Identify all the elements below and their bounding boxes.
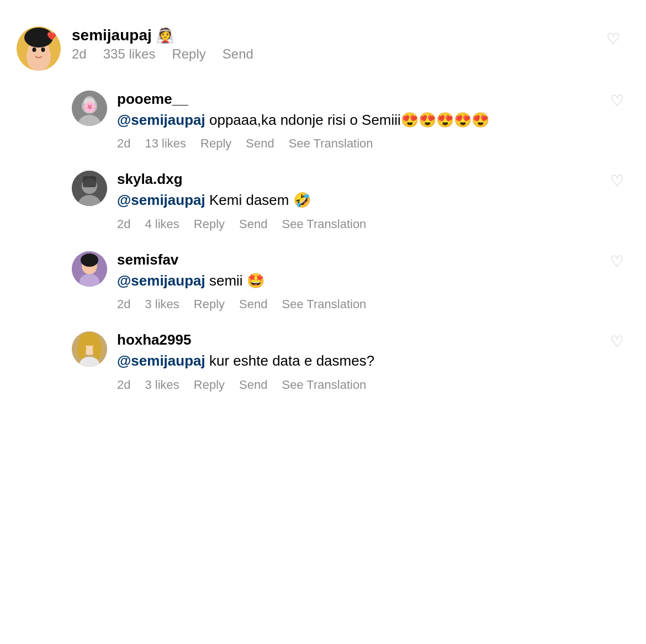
time: 2d — [117, 136, 130, 151]
username[interactable]: skyla.dxg — [117, 171, 183, 188]
send-button[interactable]: Send — [223, 46, 253, 62]
mention[interactable]: @semijaupaj — [117, 272, 205, 289]
avatar — [72, 171, 107, 206]
comment-content: pooeme__ @semijaupaj oppaaa,ka ndonje ri… — [117, 91, 629, 151]
time: 2d — [117, 378, 130, 392]
username[interactable]: semijaupaj — [72, 27, 152, 44]
comment-content: semijaupaj 👰 2d 335 likes Reply Send — [72, 27, 629, 62]
username-row: semijaupaj 👰 — [72, 27, 629, 44]
heart-icon: ♡ — [610, 172, 624, 189]
meta-row: 2d 4 likes Reply Send See Translation — [117, 217, 629, 231]
username-row: hoxha2995 — [117, 331, 629, 349]
svg-text:🌸: 🌸 — [83, 100, 97, 113]
reply-button[interactable]: Reply — [200, 136, 231, 151]
reply-comment: 🌸 pooeme__ @semijaupaj oppaaa,ka ndonje … — [66, 81, 635, 161]
send-button[interactable]: Send — [239, 378, 267, 392]
text-content: kur eshte data e dasmes? — [205, 352, 374, 369]
svg-rect-16 — [83, 176, 96, 187]
mention[interactable]: @semijaupaj — [117, 112, 205, 128]
comment-text: @semijaupaj Kemi dasem 🤣 — [117, 190, 629, 210]
svg-point-24 — [77, 339, 86, 359]
mention[interactable]: @semijaupaj — [117, 352, 205, 369]
time: 2d — [117, 217, 130, 231]
main-comment: ❤️ semijaupaj 👰 2d 335 likes Reply Send … — [11, 17, 635, 81]
reply-comment: skyla.dxg @semijaupaj Kemi dasem 🤣 2d 4 … — [66, 161, 635, 241]
reply-comment: hoxha2995 @semijaupaj kur eshte data e d… — [66, 321, 635, 402]
username[interactable]: pooeme__ — [117, 91, 188, 108]
time: 2d — [72, 46, 87, 62]
meta-row: 2d 335 likes Reply Send — [72, 46, 629, 62]
comment-text: @semijaupaj semii 🤩 — [117, 271, 629, 291]
likes-count: 335 likes — [103, 46, 156, 62]
likes-count: 13 likes — [145, 136, 186, 151]
send-button[interactable]: Send — [239, 297, 267, 312]
reply-button[interactable]: Reply — [194, 378, 225, 392]
username[interactable]: semisfav — [117, 251, 178, 268]
send-button[interactable]: Send — [246, 136, 274, 151]
text-content: Kemi dasem 🤣 — [205, 192, 311, 208]
like-button[interactable]: ♡ — [610, 332, 624, 351]
reply-button[interactable]: Reply — [194, 297, 225, 312]
username-row: skyla.dxg — [117, 171, 629, 188]
reply-button[interactable]: Reply — [194, 217, 225, 231]
comment-content: skyla.dxg @semijaupaj Kemi dasem 🤣 2d 4 … — [117, 171, 629, 231]
comment-text: @semijaupaj kur eshte data e dasmes? — [117, 351, 629, 371]
see-translation-button[interactable]: See Translation — [282, 378, 366, 392]
heart-icon: ♡ — [610, 92, 624, 109]
avatar — [72, 251, 107, 287]
meta-row: 2d 13 likes Reply Send See Translation — [117, 136, 629, 151]
svg-point-25 — [93, 339, 102, 359]
avatar: 🌸 — [72, 91, 107, 126]
heart-icon: ♡ — [610, 253, 624, 270]
see-translation-button[interactable]: See Translation — [282, 297, 366, 312]
likes-count: 4 likes — [145, 217, 179, 231]
username-emoji: 👰 — [156, 27, 174, 44]
comment-content: hoxha2995 @semijaupaj kur eshte data e d… — [117, 331, 629, 392]
username-row: pooeme__ — [117, 91, 629, 108]
svg-point-6 — [41, 47, 45, 52]
send-button[interactable]: Send — [239, 217, 267, 231]
text-content: oppaaa,ka ndonje risi o Semiii😍😍😍😍😍 — [205, 112, 489, 128]
avatar: ❤️ — [17, 27, 61, 71]
like-button[interactable]: ♡ — [602, 28, 624, 50]
see-translation-button[interactable]: See Translation — [289, 136, 373, 151]
like-button[interactable]: ♡ — [610, 172, 624, 190]
time: 2d — [117, 297, 130, 312]
svg-point-5 — [33, 47, 36, 52]
comment-text: @semijaupaj oppaaa,ka ndonje risi o Semi… — [117, 110, 629, 130]
like-button[interactable]: ♡ — [610, 252, 624, 271]
see-translation-button[interactable]: See Translation — [282, 217, 366, 231]
username[interactable]: hoxha2995 — [117, 331, 191, 349]
meta-row: 2d 3 likes Reply Send See Translation — [117, 378, 629, 392]
svg-text:❤️: ❤️ — [47, 31, 57, 41]
replies-container: 🌸 pooeme__ @semijaupaj oppaaa,ka ndonje … — [11, 81, 635, 402]
comment-section: ❤️ semijaupaj 👰 2d 335 likes Reply Send … — [11, 17, 635, 402]
reply-comment: semisfav @semijaupaj semii 🤩 2d 3 likes … — [66, 241, 635, 321]
comment-content: semisfav @semijaupaj semii 🤩 2d 3 likes … — [117, 251, 629, 312]
likes-count: 3 likes — [145, 378, 179, 392]
heart-icon: ♡ — [610, 333, 624, 350]
heart-icon: ♡ — [606, 30, 620, 48]
meta-row: 2d 3 likes Reply Send See Translation — [117, 297, 629, 312]
likes-count: 3 likes — [145, 297, 179, 312]
like-button[interactable]: ♡ — [610, 92, 624, 110]
text-content: semii 🤩 — [205, 272, 264, 289]
reply-button[interactable]: Reply — [172, 46, 205, 62]
username-row: semisfav — [117, 251, 629, 268]
avatar — [72, 331, 107, 367]
svg-point-19 — [81, 254, 98, 267]
mention[interactable]: @semijaupaj — [117, 192, 205, 208]
